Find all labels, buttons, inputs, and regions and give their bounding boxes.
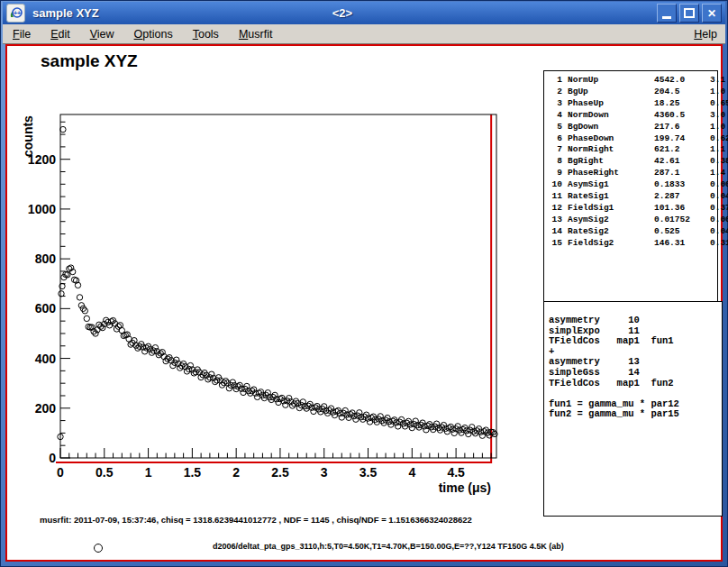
param-name: AsymSig1 — [568, 179, 649, 191]
param-val: 0.525 — [654, 226, 705, 238]
data-point — [143, 345, 149, 351]
param-num: 4 — [548, 110, 562, 122]
param-row: 8BgRight42.610.38 — [544, 156, 717, 168]
theory-line — [549, 389, 722, 399]
y-axis-title: counts — [21, 115, 35, 157]
param-row: 3PhaseUp18.250.65 — [544, 98, 717, 110]
param-row: 12FieldSig1101.360.37 — [544, 203, 717, 215]
theory-line: simpleGss 14 — [549, 368, 722, 379]
param-num: 15 — [548, 238, 562, 250]
y-tick-label: 1000 — [28, 202, 56, 216]
param-num: 12 — [548, 203, 562, 215]
param-val: 287.1 — [654, 168, 705, 179]
param-num: 2 — [548, 87, 562, 98]
param-name: AsymSig2 — [568, 215, 649, 226]
param-name: FieldSig2 — [568, 238, 649, 250]
param-row: 11RateSig12.2870.043 — [544, 191, 717, 203]
param-err: 0.00101 — [710, 215, 728, 226]
y-tick-label: 800 — [35, 251, 57, 266]
param-row: 14RateSig20.5250.046 — [544, 226, 717, 238]
param-val: 42.61 — [654, 156, 705, 168]
param-name: NormUp — [568, 75, 649, 87]
y-tick-label: 1200 — [28, 152, 56, 167]
plot-frame[interactable] — [60, 114, 496, 458]
run-info-text: d2006/deltat_pta_gps_3110,h:5,T0=4.50K,T… — [213, 542, 564, 551]
param-row: 15FieldSig2146.310.31 — [544, 238, 717, 250]
param-err: 0.65 — [710, 98, 728, 110]
x-tick-label: 1.5 — [184, 465, 202, 480]
param-name: PhaseRight — [568, 168, 649, 179]
param-num: 3 — [548, 98, 562, 110]
param-err: 3.1 — [710, 75, 725, 87]
y-tick-label: 0 — [49, 451, 56, 465]
param-val: 621.2 — [654, 144, 705, 156]
param-val: 0.01752 — [654, 215, 705, 226]
param-err: 0.0027 — [710, 179, 728, 191]
param-name: RateSig1 — [568, 191, 649, 203]
param-err: 0.043 — [710, 191, 728, 203]
param-err: 1.0 — [710, 122, 725, 133]
data-points-series — [58, 126, 497, 439]
param-err: 3.0 — [710, 110, 725, 122]
data-point — [77, 295, 82, 300]
param-err: 0.62 — [710, 133, 728, 145]
param-err: 1.0 — [710, 87, 725, 98]
param-val: 2.287 — [654, 191, 705, 203]
x-tick-label: 3 — [321, 465, 328, 480]
param-row: 9PhaseRight287.11.4 — [544, 168, 717, 179]
x-tick-label: 2.5 — [271, 465, 289, 480]
param-val: 101.36 — [654, 203, 705, 215]
run-marker-circle-icon — [94, 544, 103, 553]
param-num: 13 — [548, 215, 562, 226]
param-name: BgUp — [568, 87, 649, 98]
param-num: 5 — [548, 122, 562, 133]
fit-statistics-text: musrfit: 2011-07-09, 15:37:46, chisq = 1… — [40, 515, 472, 525]
y-tick-label: 200 — [35, 401, 57, 416]
musrview-window: { "window": { "title": "sample XYZ", "wo… — [0, 0, 728, 567]
data-point — [59, 291, 64, 297]
param-name: NormDown — [568, 110, 649, 122]
param-num: 7 — [548, 144, 562, 156]
param-row: 4NormDown4360.53.0 — [544, 110, 717, 122]
x-tick-label: 0.5 — [96, 465, 114, 480]
y-tick-label: 400 — [35, 352, 57, 366]
param-val: 0.1833 — [654, 179, 705, 191]
param-val: 217.6 — [654, 122, 705, 133]
param-name: FieldSig1 — [568, 203, 649, 215]
data-point — [60, 126, 66, 132]
data-point — [251, 387, 257, 392]
x-tick-label: 4 — [408, 465, 415, 480]
param-name: PhaseDown — [568, 133, 649, 145]
param-err: 0.046 — [710, 226, 728, 238]
data-point — [307, 401, 313, 407]
theory-line: TFieldCos map1 fun2 — [549, 379, 722, 389]
y-tick-label: 600 — [35, 301, 57, 316]
param-row: 2BgUp204.51.0 — [544, 87, 717, 98]
fit-parameters-pad[interactable]: 1NormUp4542.03.12BgUp204.51.03PhaseUp18.… — [543, 70, 718, 306]
param-num: 6 — [548, 133, 562, 145]
param-err: 0.38 — [710, 156, 728, 168]
x-tick-label: 0 — [57, 465, 64, 480]
theory-pad[interactable]: asymmetry 10simplExpo 11TFieldCos map1 f… — [543, 301, 723, 517]
x-tick-label: 3.5 — [359, 465, 378, 480]
x-tick-label: 4.5 — [447, 465, 465, 480]
param-val: 199.74 — [654, 133, 705, 145]
param-val: 4360.5 — [654, 110, 705, 122]
param-row: 13AsymSig20.017520.00101 — [544, 215, 717, 226]
param-val: 4542.0 — [654, 75, 705, 87]
plot-title: sample XYZ — [41, 51, 138, 70]
x-tick-label: 2 — [232, 465, 240, 480]
param-name: PhaseUp — [568, 98, 649, 110]
theory-line: asymmetry 10 — [549, 316, 722, 326]
param-name: NormRight — [568, 144, 649, 156]
x-axis-title: time (μs) — [439, 480, 491, 495]
param-num: 10 — [548, 179, 562, 191]
data-point — [84, 316, 89, 321]
pad-highlight-red-border — [56, 114, 491, 462]
param-num: 9 — [548, 168, 562, 179]
param-row: 1NormUp4542.03.1 — [544, 75, 717, 87]
param-row: 5BgDown217.61.0 — [544, 122, 717, 133]
param-err: 0.37 — [710, 203, 728, 215]
param-val: 204.5 — [654, 87, 705, 98]
param-row: 10AsymSig10.18330.0027 — [544, 179, 717, 191]
